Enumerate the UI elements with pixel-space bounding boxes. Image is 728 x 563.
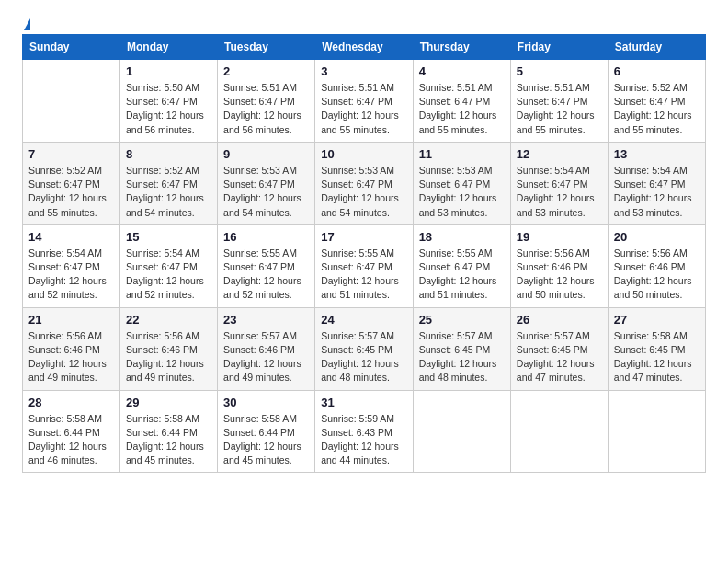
day-number: 12 bbox=[517, 147, 602, 161]
day-number: 17 bbox=[321, 230, 406, 244]
day-of-week-header: Monday bbox=[120, 35, 218, 60]
calendar-cell bbox=[413, 390, 510, 473]
calendar-cell: 13Sunrise: 5:54 AM Sunset: 6:47 PM Dayli… bbox=[608, 142, 705, 224]
day-detail: Sunrise: 5:51 AM Sunset: 6:47 PM Dayligh… bbox=[223, 81, 309, 137]
day-number: 20 bbox=[614, 230, 700, 244]
day-number: 4 bbox=[419, 64, 505, 78]
day-detail: Sunrise: 5:54 AM Sunset: 6:47 PM Dayligh… bbox=[614, 164, 700, 220]
day-detail: Sunrise: 5:57 AM Sunset: 6:45 PM Dayligh… bbox=[419, 329, 505, 385]
day-detail: Sunrise: 5:51 AM Sunset: 6:47 PM Dayligh… bbox=[321, 81, 406, 137]
day-number: 7 bbox=[28, 147, 114, 161]
calendar-cell: 12Sunrise: 5:54 AM Sunset: 6:47 PM Dayli… bbox=[510, 142, 608, 224]
day-detail: Sunrise: 5:53 AM Sunset: 6:47 PM Dayligh… bbox=[321, 164, 406, 220]
day-detail: Sunrise: 5:56 AM Sunset: 6:46 PM Dayligh… bbox=[614, 247, 700, 303]
day-number: 2 bbox=[223, 64, 309, 78]
day-number: 6 bbox=[614, 64, 700, 78]
calendar-cell: 9Sunrise: 5:53 AM Sunset: 6:47 PM Daylig… bbox=[218, 142, 315, 224]
calendar-cell: 23Sunrise: 5:57 AM Sunset: 6:46 PM Dayli… bbox=[218, 307, 315, 390]
day-number: 8 bbox=[126, 147, 211, 161]
day-detail: Sunrise: 5:56 AM Sunset: 6:46 PM Dayligh… bbox=[28, 329, 114, 385]
calendar-cell: 8Sunrise: 5:52 AM Sunset: 6:47 PM Daylig… bbox=[120, 142, 218, 224]
calendar-cell: 22Sunrise: 5:56 AM Sunset: 6:46 PM Dayli… bbox=[120, 307, 218, 390]
day-detail: Sunrise: 5:58 AM Sunset: 6:44 PM Dayligh… bbox=[126, 412, 211, 468]
day-detail: Sunrise: 5:54 AM Sunset: 6:47 PM Dayligh… bbox=[126, 247, 211, 303]
day-number: 18 bbox=[419, 230, 505, 244]
day-of-week-header: Wednesday bbox=[315, 35, 413, 60]
calendar-cell: 19Sunrise: 5:56 AM Sunset: 6:46 PM Dayli… bbox=[510, 224, 608, 307]
day-detail: Sunrise: 5:58 AM Sunset: 6:44 PM Dayligh… bbox=[223, 412, 309, 468]
day-detail: Sunrise: 5:57 AM Sunset: 6:45 PM Dayligh… bbox=[517, 329, 602, 385]
day-detail: Sunrise: 5:52 AM Sunset: 6:47 PM Dayligh… bbox=[28, 164, 114, 220]
calendar-week-row: 1Sunrise: 5:50 AM Sunset: 6:47 PM Daylig… bbox=[23, 60, 706, 143]
day-number: 3 bbox=[321, 64, 406, 78]
calendar-cell: 7Sunrise: 5:52 AM Sunset: 6:47 PM Daylig… bbox=[23, 142, 120, 224]
day-number: 23 bbox=[223, 313, 309, 327]
calendar-cell: 24Sunrise: 5:57 AM Sunset: 6:45 PM Dayli… bbox=[315, 307, 413, 390]
calendar-cell: 25Sunrise: 5:57 AM Sunset: 6:45 PM Dayli… bbox=[413, 307, 510, 390]
calendar-cell: 10Sunrise: 5:53 AM Sunset: 6:47 PM Dayli… bbox=[315, 142, 413, 224]
day-detail: Sunrise: 5:52 AM Sunset: 6:47 PM Dayligh… bbox=[126, 164, 211, 220]
calendar-cell: 1Sunrise: 5:50 AM Sunset: 6:47 PM Daylig… bbox=[120, 60, 218, 143]
day-of-week-header: Friday bbox=[510, 35, 608, 60]
calendar-cell: 30Sunrise: 5:58 AM Sunset: 6:44 PM Dayli… bbox=[218, 390, 315, 473]
day-detail: Sunrise: 5:57 AM Sunset: 6:46 PM Dayligh… bbox=[223, 329, 309, 385]
day-number: 27 bbox=[614, 313, 700, 327]
day-number: 29 bbox=[126, 396, 211, 409]
day-number: 10 bbox=[321, 147, 406, 161]
calendar-cell: 28Sunrise: 5:58 AM Sunset: 6:44 PM Dayli… bbox=[23, 390, 120, 473]
day-detail: Sunrise: 5:51 AM Sunset: 6:47 PM Dayligh… bbox=[419, 81, 505, 137]
day-number: 15 bbox=[126, 230, 211, 244]
day-detail: Sunrise: 5:55 AM Sunset: 6:47 PM Dayligh… bbox=[419, 247, 505, 303]
day-number: 22 bbox=[126, 313, 211, 327]
day-detail: Sunrise: 5:54 AM Sunset: 6:47 PM Dayligh… bbox=[517, 164, 602, 220]
day-number: 21 bbox=[28, 313, 114, 327]
day-of-week-header: Sunday bbox=[23, 35, 120, 60]
calendar-week-row: 21Sunrise: 5:56 AM Sunset: 6:46 PM Dayli… bbox=[23, 307, 706, 390]
day-detail: Sunrise: 5:59 AM Sunset: 6:43 PM Dayligh… bbox=[321, 412, 406, 468]
calendar-table: SundayMondayTuesdayWednesdayThursdayFrid… bbox=[22, 34, 706, 473]
day-number: 16 bbox=[223, 230, 309, 244]
day-detail: Sunrise: 5:56 AM Sunset: 6:46 PM Dayligh… bbox=[517, 247, 602, 303]
calendar-cell bbox=[510, 390, 608, 473]
calendar-week-row: 14Sunrise: 5:54 AM Sunset: 6:47 PM Dayli… bbox=[23, 224, 706, 307]
logo bbox=[22, 18, 30, 27]
calendar-cell: 20Sunrise: 5:56 AM Sunset: 6:46 PM Dayli… bbox=[608, 224, 705, 307]
day-number: 14 bbox=[28, 230, 114, 244]
day-number: 30 bbox=[223, 396, 309, 409]
calendar-cell bbox=[23, 60, 120, 143]
day-detail: Sunrise: 5:55 AM Sunset: 6:47 PM Dayligh… bbox=[223, 247, 309, 303]
day-detail: Sunrise: 5:57 AM Sunset: 6:45 PM Dayligh… bbox=[321, 329, 406, 385]
day-detail: Sunrise: 5:54 AM Sunset: 6:47 PM Dayligh… bbox=[28, 247, 114, 303]
calendar-week-row: 28Sunrise: 5:58 AM Sunset: 6:44 PM Dayli… bbox=[23, 390, 706, 473]
day-number: 9 bbox=[223, 147, 309, 161]
calendar-cell: 6Sunrise: 5:52 AM Sunset: 6:47 PM Daylig… bbox=[608, 60, 705, 143]
calendar-cell: 2Sunrise: 5:51 AM Sunset: 6:47 PM Daylig… bbox=[218, 60, 315, 143]
day-number: 11 bbox=[419, 147, 505, 161]
day-number: 24 bbox=[321, 313, 406, 327]
calendar-week-row: 7Sunrise: 5:52 AM Sunset: 6:47 PM Daylig… bbox=[23, 142, 706, 224]
day-number: 5 bbox=[517, 64, 602, 78]
day-detail: Sunrise: 5:56 AM Sunset: 6:46 PM Dayligh… bbox=[126, 329, 211, 385]
day-detail: Sunrise: 5:51 AM Sunset: 6:47 PM Dayligh… bbox=[517, 81, 602, 137]
calendar-cell: 15Sunrise: 5:54 AM Sunset: 6:47 PM Dayli… bbox=[120, 224, 218, 307]
day-number: 1 bbox=[126, 64, 211, 78]
calendar-cell: 27Sunrise: 5:58 AM Sunset: 6:45 PM Dayli… bbox=[608, 307, 705, 390]
calendar-cell: 11Sunrise: 5:53 AM Sunset: 6:47 PM Dayli… bbox=[413, 142, 510, 224]
day-of-week-header: Tuesday bbox=[218, 35, 315, 60]
calendar-cell: 18Sunrise: 5:55 AM Sunset: 6:47 PM Dayli… bbox=[413, 224, 510, 307]
calendar-cell: 29Sunrise: 5:58 AM Sunset: 6:44 PM Dayli… bbox=[120, 390, 218, 473]
calendar-cell: 17Sunrise: 5:55 AM Sunset: 6:47 PM Dayli… bbox=[315, 224, 413, 307]
day-number: 25 bbox=[419, 313, 505, 327]
day-number: 19 bbox=[517, 230, 602, 244]
calendar-header-row: SundayMondayTuesdayWednesdayThursdayFrid… bbox=[23, 35, 706, 60]
calendar-cell: 31Sunrise: 5:59 AM Sunset: 6:43 PM Dayli… bbox=[315, 390, 413, 473]
calendar-cell: 16Sunrise: 5:55 AM Sunset: 6:47 PM Dayli… bbox=[218, 224, 315, 307]
day-detail: Sunrise: 5:58 AM Sunset: 6:44 PM Dayligh… bbox=[28, 412, 114, 468]
calendar-cell: 3Sunrise: 5:51 AM Sunset: 6:47 PM Daylig… bbox=[315, 60, 413, 143]
day-number: 31 bbox=[321, 396, 406, 409]
calendar-cell: 26Sunrise: 5:57 AM Sunset: 6:45 PM Dayli… bbox=[510, 307, 608, 390]
day-of-week-header: Thursday bbox=[413, 35, 510, 60]
calendar-cell: 4Sunrise: 5:51 AM Sunset: 6:47 PM Daylig… bbox=[413, 60, 510, 143]
calendar-cell: 21Sunrise: 5:56 AM Sunset: 6:46 PM Dayli… bbox=[23, 307, 120, 390]
page-header bbox=[22, 18, 706, 27]
